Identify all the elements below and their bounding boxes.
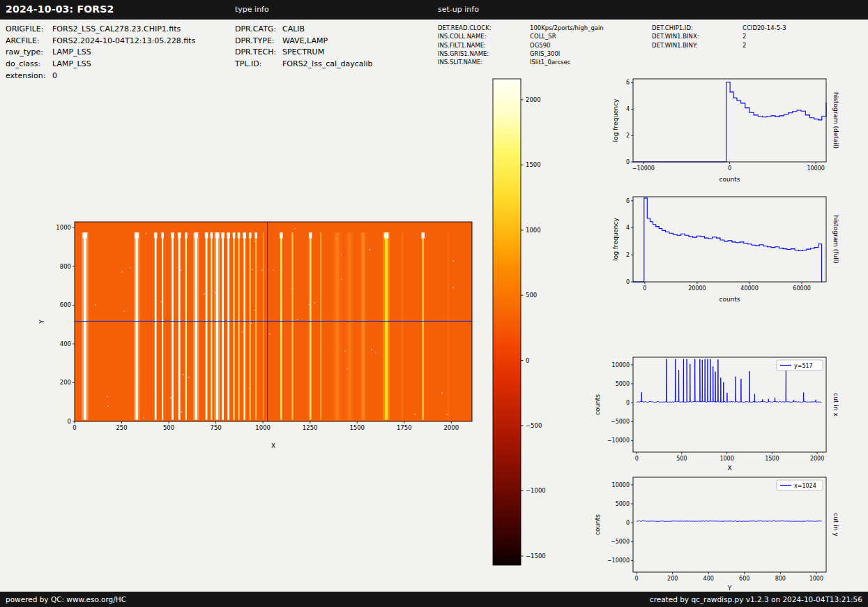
svg-text:1500: 1500 — [349, 424, 365, 431]
info-value: 2 — [743, 33, 746, 40]
info-label: DET.WIN1.BINX: — [652, 33, 743, 40]
info-label: do_class: — [6, 59, 52, 68]
svg-text:4: 4 — [626, 106, 630, 112]
svg-text:0: 0 — [68, 418, 71, 425]
svg-text:counts: counts — [719, 296, 740, 303]
type-info-block: DPR.CATG:CALIBDPR.TYPE:WAVE,LAMPDPR.TECH… — [235, 23, 373, 70]
svg-text:2000: 2000 — [443, 424, 459, 431]
info-value: FORS2_LSS_CAL278.23.CHIP1.fits — [52, 24, 181, 33]
svg-text:1000: 1000 — [255, 424, 271, 431]
histogram-detail-plot: −100000100000246countslog frequencyhisto… — [612, 79, 839, 183]
svg-text:200: 200 — [60, 379, 71, 386]
info-label: INS.COLL.NAME: — [438, 33, 530, 40]
svg-text:800: 800 — [60, 263, 71, 270]
svg-text:2: 2 — [626, 133, 630, 139]
info-row: INS.FILT1.NAME:OG590 — [438, 41, 604, 50]
info-row: DPR.TECH:SPECTRUM — [235, 47, 373, 59]
svg-text:Y: Y — [38, 320, 45, 324]
info-row: INS.GRIS1.NAME:GRIS_300I — [438, 50, 604, 58]
svg-text:cut in y: cut in y — [832, 513, 839, 537]
svg-text:−1000: −1000 — [526, 487, 546, 494]
svg-text:counts: counts — [594, 394, 601, 415]
page-title: 2024-10-03: FORS2 — [6, 3, 114, 15]
info-row: DET.WIN1.BINY:2 — [652, 41, 786, 50]
svg-text:X: X — [271, 442, 275, 449]
info-row: TPL.ID:FORS2_lss_cal_daycalib — [235, 58, 373, 70]
svg-text:X: X — [727, 465, 731, 472]
info-label: DPR.TYPE: — [235, 36, 282, 45]
cut-in-y-plot: 02004006008001000−10000−50000500010000Yc… — [594, 477, 839, 592]
svg-text:10000: 10000 — [807, 165, 824, 172]
svg-text:1500: 1500 — [526, 161, 541, 168]
svg-text:500: 500 — [526, 292, 537, 299]
svg-text:4: 4 — [626, 225, 630, 231]
svg-text:0: 0 — [626, 159, 630, 165]
raw-image-plot: 0250500750100012501500175020000200400600… — [38, 222, 472, 449]
svg-text:histogram (detail): histogram (detail) — [832, 92, 839, 149]
svg-text:10000: 10000 — [612, 362, 630, 368]
svg-text:6: 6 — [626, 80, 630, 86]
info-value: SPECTRUM — [282, 47, 324, 57]
info-row: INS.SLIT.NAME:lSlit1_0arcsec — [438, 58, 604, 66]
svg-text:600: 600 — [739, 576, 749, 582]
info-value: CALIB — [282, 24, 305, 33]
svg-text:−10000: −10000 — [607, 437, 630, 444]
svg-text:0: 0 — [643, 285, 646, 292]
svg-text:6: 6 — [626, 198, 630, 204]
info-label: DET.READ.CLOCK: — [438, 24, 530, 31]
svg-text:5000: 5000 — [616, 501, 630, 507]
info-row: raw_type:LAMP_LSS — [6, 47, 195, 59]
svg-text:0: 0 — [73, 424, 76, 431]
svg-text:20000: 20000 — [688, 285, 706, 292]
info-label: ARCFILE: — [6, 36, 52, 45]
svg-text:0: 0 — [626, 520, 630, 526]
top-bar: 2024-10-03: FORS2 type info set-up info — [0, 0, 868, 20]
info-value: 100Kps/2ports/high_gain — [530, 24, 604, 31]
svg-text:counts: counts — [719, 176, 740, 183]
info-value: LAMP_LSS — [52, 47, 91, 57]
setup-info-block-left: DET.READ.CLOCK:100Kps/2ports/high_gainIN… — [438, 24, 604, 66]
colorbar: 2000150010005000−500−1000−1500 — [493, 79, 546, 565]
svg-text:−500: −500 — [526, 422, 542, 429]
info-label: INS.FILT1.NAME: — [438, 42, 530, 49]
info-value: FORS2.2024-10-04T12:13:05.228.fits — [52, 36, 195, 45]
svg-text:10000: 10000 — [612, 482, 630, 488]
info-value: COLL_SR — [530, 33, 556, 40]
info-row: DET.CHIP1.ID:CCID20-14-5-3 — [652, 24, 786, 32]
info-label: TPL.ID: — [235, 59, 282, 68]
svg-text:400: 400 — [60, 340, 71, 347]
svg-text:750: 750 — [210, 424, 221, 431]
info-value: 0 — [52, 71, 57, 80]
svg-text:1000: 1000 — [809, 576, 823, 582]
svg-text:counts: counts — [594, 514, 601, 535]
info-value: 2 — [743, 42, 746, 49]
setup-info-block-right: DET.CHIP1.ID:CCID20-14-5-3DET.WIN1.BINX:… — [652, 24, 786, 50]
svg-text:400: 400 — [703, 576, 714, 582]
svg-text:60000: 60000 — [793, 285, 810, 292]
svg-text:2000: 2000 — [810, 456, 824, 462]
info-label: extension: — [6, 71, 52, 80]
footer-credit-left: powered by QC: www.eso.org/HC — [6, 595, 126, 604]
cut-in-x-plot: 0500100015002000−10000−50000500010000Xco… — [594, 357, 839, 472]
svg-text:−1500: −1500 — [526, 553, 546, 560]
svg-text:0: 0 — [635, 576, 639, 582]
svg-text:1000: 1000 — [56, 224, 71, 231]
svg-text:1000: 1000 — [719, 456, 733, 462]
type-info-heading: type info — [235, 5, 269, 14]
info-value: OG590 — [530, 42, 551, 49]
svg-text:0: 0 — [626, 400, 630, 406]
svg-text:800: 800 — [775, 576, 786, 582]
svg-text:histogram (full): histogram (full) — [832, 215, 839, 263]
svg-text:Y: Y — [727, 585, 732, 592]
svg-text:0: 0 — [635, 456, 639, 462]
info-row: ORIGFILE:FORS2_LSS_CAL278.23.CHIP1.fits — [6, 23, 195, 35]
svg-text:1250: 1250 — [303, 424, 318, 431]
info-label: DPR.CATG: — [235, 24, 282, 33]
info-row: INS.COLL.NAME:COLL_SR — [438, 32, 604, 40]
setup-info-heading: set-up info — [438, 5, 479, 14]
figure-svg: 0250500750100012501500175020000200400600… — [0, 0, 868, 607]
info-label: DET.CHIP1.ID: — [652, 24, 743, 31]
info-row: ARCFILE:FORS2.2024-10-04T12:13:05.228.fi… — [6, 35, 195, 47]
svg-text:y=517: y=517 — [794, 363, 813, 369]
file-info-block: ORIGFILE:FORS2_LSS_CAL278.23.CHIP1.fitsA… — [6, 23, 195, 82]
